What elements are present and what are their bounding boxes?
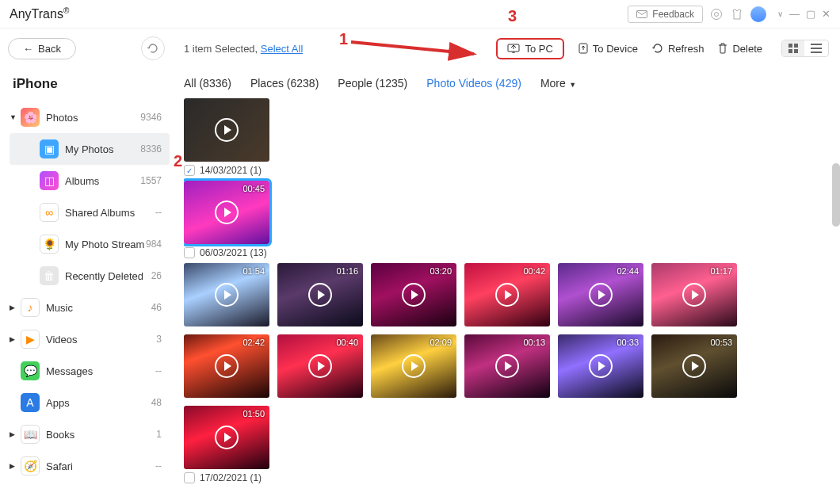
avatar[interactable] bbox=[750, 6, 766, 22]
sidebar-item-my-photos[interactable]: ▣My Photos8336 bbox=[10, 133, 170, 165]
group-checkbox[interactable] bbox=[184, 247, 195, 258]
group-date: 06/03/2021 (13) bbox=[200, 247, 267, 258]
tshirt-icon[interactable] bbox=[730, 7, 744, 21]
back-button[interactable]: ← Back bbox=[8, 38, 76, 59]
video-duration: 00:45 bbox=[242, 184, 265, 193]
svg-point-1 bbox=[712, 9, 722, 19]
video-thumbnail[interactable]: 03:20 bbox=[371, 263, 456, 326]
video-duration: 01:17 bbox=[710, 266, 732, 276]
sidebar-item-label: Videos bbox=[46, 334, 156, 346]
sidebar-item-label: Apps bbox=[46, 397, 151, 409]
feedback-button[interactable]: Feedback bbox=[628, 6, 703, 23]
chevron-down-icon: ▼ bbox=[567, 81, 576, 89]
sidebar-item-apps[interactable]: AApps48 bbox=[10, 387, 170, 418]
video-icon: ▶ bbox=[21, 330, 40, 349]
sidebar-item-count: 9346 bbox=[140, 112, 166, 123]
app-title: AnyTrans® bbox=[10, 6, 69, 21]
refresh-button[interactable]: Refresh bbox=[652, 43, 704, 55]
to-device-button[interactable]: To Device bbox=[578, 43, 638, 55]
share-icon: ∞ bbox=[40, 203, 59, 222]
caret-icon: ▼ bbox=[10, 113, 21, 121]
video-thumbnail[interactable]: 01:50 bbox=[184, 406, 269, 469]
delete-label: Delete bbox=[732, 43, 762, 55]
video-thumbnail[interactable]: 01:16 bbox=[277, 263, 363, 326]
tab-places[interactable]: Places (6238) bbox=[250, 77, 319, 90]
to-device-label: To Device bbox=[593, 43, 638, 55]
video-thumbnail[interactable]: 00:45 bbox=[184, 181, 269, 244]
sidebar-item-music[interactable]: ▶♪Music46 bbox=[10, 292, 170, 323]
tab-people[interactable]: People (1235) bbox=[338, 77, 407, 90]
sidebar-item-label: Music bbox=[46, 302, 151, 314]
group-checkbox[interactable] bbox=[184, 165, 195, 176]
group-date: 14/03/2021 (1) bbox=[200, 165, 262, 176]
video-thumbnail[interactable]: 00:13 bbox=[464, 334, 550, 398]
play-icon bbox=[215, 354, 239, 378]
play-icon bbox=[215, 283, 239, 307]
arrow-left-icon: ← bbox=[23, 43, 33, 55]
sidebar-item-photos[interactable]: ▼🌸Photos9346 bbox=[10, 101, 170, 133]
list-view-toggle[interactable] bbox=[804, 40, 828, 56]
tab-photo-videos[interactable]: Photo Videos (429) bbox=[426, 77, 521, 90]
book-icon: 📖 bbox=[21, 425, 40, 444]
sidebar-item-label: Shared Albums bbox=[65, 207, 155, 219]
flower-icon: 🌸 bbox=[21, 108, 40, 127]
sync-button[interactable] bbox=[141, 36, 165, 60]
video-thumbnail[interactable]: 01:54 bbox=[184, 263, 269, 326]
video-thumbnail[interactable] bbox=[184, 98, 269, 162]
sidebar-item-safari[interactable]: ▶🧭Safari-- bbox=[10, 450, 170, 482]
selection-status: 1 item Selected, Select All bbox=[184, 43, 303, 55]
monitor-icon bbox=[507, 44, 520, 53]
play-icon bbox=[682, 283, 706, 307]
video-thumbnail[interactable]: 02:09 bbox=[371, 334, 456, 398]
video-duration: 01:54 bbox=[242, 266, 265, 276]
select-all-link[interactable]: Select All bbox=[261, 43, 303, 55]
video-thumbnail[interactable]: 02:42 bbox=[184, 334, 269, 398]
video-thumbnail[interactable]: 00:40 bbox=[277, 334, 363, 398]
sidebar-item-count: 48 bbox=[151, 397, 166, 408]
video-duration: 00:33 bbox=[617, 338, 639, 347]
svg-rect-7 bbox=[788, 49, 792, 53]
play-icon bbox=[308, 354, 332, 378]
sidebar-item-count: -- bbox=[155, 365, 166, 376]
close-icon[interactable]: ✕ bbox=[822, 8, 830, 20]
sidebar-item-books[interactable]: ▶📖Books1 bbox=[10, 418, 170, 450]
sidebar-item-shared-albums[interactable]: ∞Shared Albums-- bbox=[10, 197, 170, 228]
to-pc-label: To PC bbox=[525, 43, 552, 55]
refresh-icon bbox=[652, 43, 663, 54]
video-thumbnail[interactable]: 00:53 bbox=[651, 334, 737, 398]
maximize-icon[interactable]: ▢ bbox=[806, 8, 815, 20]
chevron-down-icon[interactable]: ∨ bbox=[777, 10, 783, 18]
scan-icon[interactable] bbox=[709, 7, 724, 21]
to-pc-button[interactable]: To PC bbox=[496, 38, 563, 59]
sidebar-item-recently-deleted[interactable]: 🗑Recently Deleted26 bbox=[10, 260, 170, 292]
play-icon bbox=[495, 354, 519, 378]
sidebar-item-my-photo-stream[interactable]: 🌻My Photo Stream984 bbox=[10, 228, 170, 260]
tab-more[interactable]: More ▼ bbox=[540, 77, 576, 90]
sidebar-item-messages[interactable]: 💬Messages-- bbox=[10, 355, 170, 387]
device-name: iPhone bbox=[10, 71, 170, 101]
video-duration: 00:13 bbox=[523, 338, 545, 347]
tab-all[interactable]: All (8336) bbox=[184, 77, 231, 90]
video-thumbnail[interactable]: 00:33 bbox=[558, 334, 643, 398]
minimize-icon[interactable]: — bbox=[789, 8, 800, 20]
sidebar-item-label: Albums bbox=[65, 175, 140, 187]
sidebar-item-label: Photos bbox=[46, 112, 140, 124]
video-duration: 02:09 bbox=[430, 338, 452, 347]
scrollbar[interactable] bbox=[832, 163, 840, 227]
play-icon bbox=[215, 118, 239, 142]
music-icon: ♪ bbox=[21, 298, 40, 317]
video-duration: 01:50 bbox=[242, 409, 265, 418]
sidebar-item-videos[interactable]: ▶▶Videos3 bbox=[10, 323, 170, 355]
caret-icon: ▶ bbox=[10, 430, 21, 438]
video-thumbnail[interactable]: 02:44 bbox=[558, 263, 643, 326]
sidebar-item-albums[interactable]: ◫Albums1557 bbox=[10, 165, 170, 197]
group-checkbox[interactable] bbox=[184, 472, 195, 483]
video-thumbnail[interactable]: 00:42 bbox=[464, 263, 550, 326]
video-thumbnail[interactable]: 01:17 bbox=[651, 263, 737, 326]
delete-button[interactable]: Delete bbox=[718, 43, 762, 55]
svg-rect-6 bbox=[794, 44, 798, 48]
album-icon: ◫ bbox=[40, 171, 59, 190]
svg-point-2 bbox=[715, 12, 719, 16]
play-icon bbox=[215, 426, 239, 449]
grid-view-toggle[interactable] bbox=[782, 40, 804, 56]
